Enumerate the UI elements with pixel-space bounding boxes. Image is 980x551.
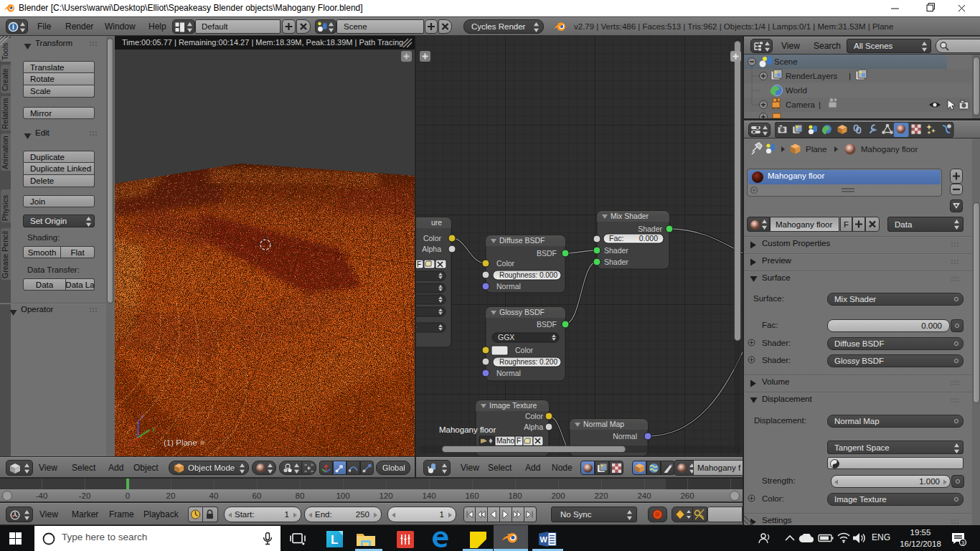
svg-text:220: 220	[594, 491, 608, 500]
svg-text:Fac:: Fac:	[609, 234, 623, 242]
svg-text:Color: Color	[525, 412, 544, 420]
svg-text:F: F	[517, 437, 521, 445]
svg-text:Roughness:: Roughness:	[499, 358, 537, 366]
svg-text:Normal: Normal	[496, 282, 521, 291]
svg-text:0.200: 0.200	[540, 358, 557, 366]
svg-text:Scene: Scene	[774, 57, 798, 66]
svg-text:GGX: GGX	[498, 333, 514, 342]
svg-text:Roughness:: Roughness:	[499, 271, 537, 279]
svg-text:BSDF: BSDF	[537, 320, 557, 329]
svg-text:20: 20	[166, 491, 176, 500]
svg-text:140: 140	[422, 491, 435, 500]
svg-text:W: W	[540, 535, 548, 544]
svg-text:200: 200	[551, 491, 565, 500]
svg-text:Mahogany floor: Mahogany floor	[861, 145, 918, 154]
svg-text:120: 120	[379, 491, 392, 500]
svg-text:RenderLayers: RenderLayers	[786, 72, 837, 80]
svg-text:Normal: Normal	[496, 369, 521, 377]
svg-text:Shader: Shader	[604, 246, 628, 255]
svg-text:260: 260	[680, 491, 694, 500]
svg-text:240: 240	[637, 491, 651, 500]
svg-text:Shader: Shader	[638, 225, 662, 233]
svg-text:60: 60	[253, 491, 262, 500]
svg-text:Mahogany floor: Mahogany floor	[439, 425, 496, 434]
svg-text:(1) Plane: (1) Plane	[164, 438, 197, 447]
svg-text:Diffuse BSDF: Diffuse BSDF	[499, 236, 545, 245]
svg-text:Shader: Shader	[604, 258, 628, 266]
svg-text:Normal Map: Normal Map	[583, 420, 624, 428]
svg-text:180: 180	[508, 491, 522, 500]
svg-text:0.000: 0.000	[540, 271, 557, 279]
svg-text:y: y	[152, 425, 155, 432]
svg-text:Color: Color	[496, 259, 515, 268]
svg-text:Maho: Maho	[496, 437, 514, 445]
svg-text:BSDF: BSDF	[537, 249, 557, 258]
svg-text:Color: Color	[515, 346, 534, 354]
svg-text:100: 100	[336, 491, 349, 500]
svg-text:0.000: 0.000	[639, 234, 658, 242]
svg-text:z: z	[141, 413, 143, 420]
svg-text:Mix Shader: Mix Shader	[611, 212, 649, 220]
svg-text:Normal: Normal	[613, 432, 637, 441]
svg-text:0: 0	[126, 491, 130, 500]
svg-text:-20: -20	[79, 491, 91, 500]
svg-text:40: 40	[209, 491, 219, 500]
svg-text:ure: ure	[431, 218, 442, 227]
svg-text:-40: -40	[36, 491, 48, 500]
svg-text:Image Texture: Image Texture	[489, 401, 537, 410]
svg-text:|: |	[849, 72, 851, 80]
svg-text:Color: Color	[423, 234, 442, 242]
svg-text:|: |	[819, 100, 821, 109]
svg-text:L: L	[331, 533, 338, 547]
svg-text:Alpha: Alpha	[422, 245, 441, 253]
svg-text:80: 80	[296, 491, 305, 500]
svg-text:Glossy BSDF: Glossy BSDF	[499, 308, 545, 316]
svg-text:Plane: Plane	[806, 145, 826, 154]
svg-text:Camera: Camera	[786, 100, 816, 109]
svg-text:3: 3	[961, 540, 964, 546]
svg-text:World: World	[786, 86, 807, 95]
svg-text:160: 160	[465, 491, 479, 500]
svg-text:Alpha: Alpha	[524, 423, 543, 431]
svg-text:F: F	[417, 260, 421, 268]
svg-text:i: i	[12, 23, 14, 31]
